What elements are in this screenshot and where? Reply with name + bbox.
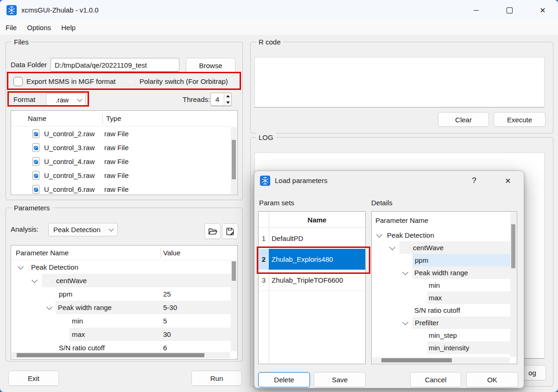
spin-down-button[interactable] — [224, 100, 231, 106]
format-label: Format — [13, 93, 36, 106]
export-msms-checkbox[interactable] — [13, 77, 23, 86]
paramset-row-selected[interactable]: 2 Zhulab_Exploris480 — [259, 249, 365, 270]
param-value: 30 — [163, 328, 171, 341]
details-row[interactable]: S/N ratio cutoff — [372, 304, 511, 316]
minimize-button[interactable] — [465, 0, 487, 20]
save-icon — [226, 227, 235, 236]
file-row[interactable]: U_control_5.raw raw File — [11, 169, 231, 183]
menu-item-file[interactable]: File — [6, 20, 17, 35]
expander-icon[interactable] — [32, 277, 38, 283]
menu-item-help[interactable]: Help — [61, 20, 76, 35]
app-icon — [260, 176, 270, 186]
details-scrollbar-thumb[interactable] — [511, 224, 515, 268]
execute-button[interactable]: Execute — [494, 112, 545, 127]
dialog-close-button[interactable]: ✕ — [498, 171, 518, 190]
details-row[interactable]: min — [372, 279, 511, 291]
param-hscrollbar-track — [12, 352, 230, 358]
paramset-name: Zhulab_Exploris480 — [272, 249, 333, 270]
delete-button[interactable]: Delete — [258, 372, 310, 387]
app-icon — [6, 5, 17, 15]
file-type: raw File — [104, 141, 129, 155]
threads-value: 4 — [211, 93, 224, 106]
details-row[interactable]: Peak width range — [372, 266, 511, 279]
exit-button[interactable]: Exit — [8, 371, 59, 386]
param-scrollbar-track — [231, 260, 237, 351]
details-column-name: Parameter Name — [375, 213, 428, 228]
analysis-dropdown[interactable]: Peak Detection — [48, 223, 118, 236]
menu-item-options[interactable]: Options — [27, 20, 51, 35]
param-row[interactable]: ppm 25 — [11, 287, 232, 301]
param-row[interactable]: Peak Detection — [11, 260, 232, 274]
paramset-name: DefaultPD — [272, 228, 303, 249]
expander-icon[interactable] — [389, 244, 395, 250]
details-row[interactable]: min_step — [372, 329, 511, 341]
file-row[interactable]: U_control_3.raw raw File — [11, 141, 231, 155]
details-name: Prefilter — [415, 316, 439, 329]
details-name: min_intensity — [429, 341, 469, 354]
files-group: Files Data Folder Browse Export MSMS in … — [6, 42, 243, 200]
expander-icon[interactable] — [46, 304, 52, 310]
threads-label: Threads: — [183, 93, 210, 106]
param-column-value: Value — [163, 246, 180, 260]
param-scrollbar-thumb[interactable] — [232, 261, 236, 281]
close-button[interactable]: ✕ — [532, 0, 553, 20]
file-list-scrollbar-thumb[interactable] — [232, 140, 236, 179]
spin-up-button[interactable] — [224, 93, 231, 100]
expander-icon[interactable] — [402, 319, 408, 325]
file-row[interactable]: U_control_6.raw raw File — [11, 183, 231, 196]
file-name: U_control_2.raw — [44, 127, 95, 141]
expander-icon[interactable] — [376, 232, 382, 238]
details-row[interactable]: Prefilter — [372, 316, 511, 329]
file-row[interactable]: U_control_2.raw raw File — [11, 127, 231, 141]
details-hscrollbar-thumb[interactable] — [381, 358, 452, 362]
log-group-label: LOG — [256, 133, 276, 142]
param-name: Peak width range — [58, 301, 112, 314]
file-list-table: Name Type U_control_2.raw raw File U_con… — [11, 110, 238, 195]
ok-button[interactable]: OK — [466, 372, 518, 387]
clear-button[interactable]: Clear — [438, 112, 489, 127]
triangle-down-icon — [226, 101, 230, 104]
titlebar: xcmsGUI-Zhulab - v1.0.0 ✕ — [0, 0, 558, 20]
param-column-name: Parameter Name — [16, 246, 69, 260]
rcode-textarea[interactable] — [254, 57, 545, 107]
details-row[interactable]: centWave — [372, 241, 511, 254]
chevron-down-icon — [108, 226, 114, 231]
param-hscrollbar-thumb[interactable] — [17, 353, 204, 357]
save-button[interactable]: Save — [314, 372, 366, 387]
dialog-help-button[interactable]: ? — [465, 171, 483, 190]
param-row[interactable]: centWave — [11, 274, 232, 287]
paramset-name: Zhulab_TripleTOF6600 — [272, 270, 343, 291]
details-tree: Parameter Name Peak Detection centWave p… — [371, 211, 517, 364]
browse-button[interactable]: Browse — [186, 58, 235, 73]
cancel-button[interactable]: Cancel — [410, 372, 461, 387]
expander-icon[interactable] — [18, 264, 24, 270]
param-row[interactable]: Peak width range 5-30 — [11, 301, 232, 314]
file-column-name: Name — [28, 111, 46, 126]
row-number: 3 — [259, 270, 269, 291]
close-icon: ✕ — [539, 6, 545, 15]
param-value: 25 — [163, 287, 171, 301]
raw-file-icon — [32, 157, 39, 166]
details-name: min — [429, 279, 440, 291]
param-row[interactable]: max 30 — [11, 328, 232, 341]
format-dropdown[interactable]: .raw — [46, 93, 86, 107]
param-row[interactable]: min 5 — [11, 314, 232, 328]
paramset-row[interactable]: 3 Zhulab_TripleTOF6600 — [259, 270, 365, 291]
details-row-selected[interactable]: ppm — [372, 254, 511, 266]
load-params-button[interactable] — [204, 223, 221, 239]
details-row[interactable]: Peak Detection — [372, 229, 511, 241]
run-button[interactable]: Run — [191, 371, 242, 386]
file-row[interactable]: U_control_4.raw raw File — [11, 155, 231, 169]
paramset-row[interactable]: 1 DefaultPD — [259, 228, 365, 249]
threads-spinner[interactable]: 4 — [210, 93, 232, 106]
data-folder-input[interactable] — [51, 58, 179, 72]
maximize-button[interactable] — [499, 0, 520, 20]
save-params-button[interactable] — [222, 223, 238, 239]
param-name: centWave — [56, 274, 87, 287]
details-row[interactable]: min_intensity — [372, 341, 511, 354]
details-row[interactable]: max — [372, 291, 511, 304]
param-name: ppm — [59, 287, 72, 301]
expander-icon[interactable] — [402, 269, 408, 275]
header-separator — [102, 113, 103, 124]
param-name: min — [72, 314, 83, 328]
